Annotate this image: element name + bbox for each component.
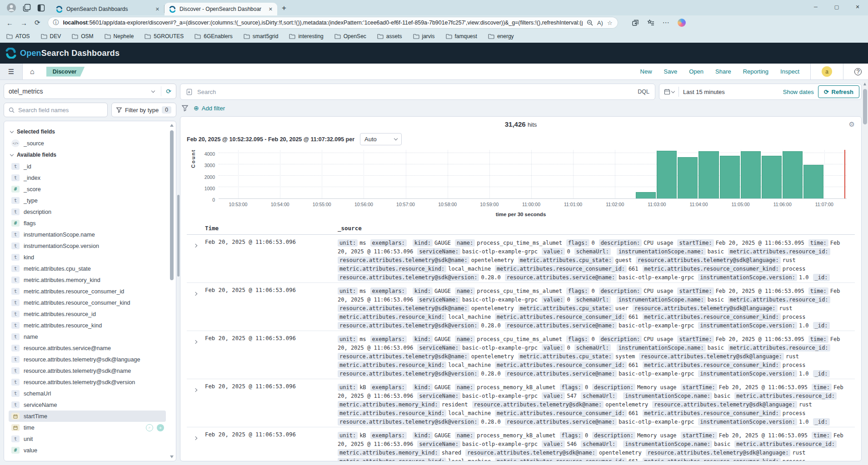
field-item-metric.attributes.resource_consumer_kind[interactable]: tmetric.attributes.resource_consumer_kin…: [9, 297, 166, 308]
refresh-index-icon[interactable]: ⟳: [166, 88, 171, 95]
column-header-time[interactable]: Time: [205, 225, 338, 232]
nav-link-open[interactable]: Open: [689, 68, 703, 75]
add-field-icon[interactable]: +: [157, 424, 164, 431]
home-icon[interactable]: ⌂: [30, 68, 35, 76]
field-item-unit[interactable]: tunit: [9, 433, 166, 445]
histogram-plot-area[interactable]: [219, 150, 847, 199]
query-input[interactable]: Search DQL: [180, 84, 655, 100]
sidebar-scrollbar-thumb[interactable]: [177, 195, 180, 277]
bookmark-item-dev[interactable]: DEV: [41, 33, 61, 40]
bookmark-item-jarvis[interactable]: jarvis: [413, 33, 435, 40]
field-item-resource.attributes.service@name[interactable]: tresource.attributes.service@name: [9, 342, 166, 354]
histogram-bar[interactable]: [698, 151, 718, 198]
add-filter-button[interactable]: ⊕ Add filter: [194, 104, 225, 112]
histogram-bar[interactable]: [720, 156, 740, 198]
scroll-up-icon[interactable]: [863, 83, 866, 85]
field-details-icon[interactable]: ⌕: [146, 424, 153, 431]
field-item-startTime[interactable]: startTime: [9, 411, 166, 422]
filter-by-type-button[interactable]: Filter by type 0: [111, 103, 176, 117]
field-item-resource.attributes.telemetry@sdk@language[interactable]: tresource.attributes.telemetry@sdk@langu…: [9, 354, 166, 365]
nav-link-new[interactable]: New: [640, 68, 652, 75]
help-icon[interactable]: ?: [854, 68, 862, 75]
browser-tab-discover[interactable]: Discover - OpenSearch Dashboar ✕: [165, 3, 277, 15]
bookmark-item-smart5grid[interactable]: smart5grid: [244, 33, 279, 40]
field-item-_id[interactable]: t_id: [9, 161, 166, 172]
bookmark-item-energy[interactable]: energy: [488, 33, 514, 40]
collections-icon[interactable]: [632, 19, 639, 26]
gear-icon[interactable]: ⚙: [849, 120, 855, 129]
avatar[interactable]: a: [822, 66, 832, 77]
histogram-bar[interactable]: [636, 192, 656, 198]
show-dates-link[interactable]: Show dates: [783, 89, 814, 95]
copilot-icon[interactable]: [678, 19, 686, 27]
histogram-bar[interactable]: [762, 156, 782, 198]
expand-row-button[interactable]: [187, 239, 205, 282]
scrollbar-thumb[interactable]: [170, 130, 174, 280]
field-item-_score[interactable]: #_score: [9, 183, 166, 195]
field-item-_type[interactable]: t_type: [9, 195, 166, 206]
available-fields-heading[interactable]: Available fields: [9, 149, 166, 161]
new-tab-button[interactable]: +: [277, 4, 292, 15]
calendar-icon[interactable]: [664, 89, 674, 95]
back-button[interactable]: ←: [6, 19, 13, 27]
scroll-down-icon[interactable]: [170, 455, 174, 458]
window-minimize-button[interactable]: ─: [805, 0, 826, 14]
read-aloud-icon[interactable]: A): [597, 20, 603, 26]
histogram-bar[interactable]: [678, 157, 698, 198]
bookmark-item-opensec[interactable]: OpenSec: [334, 33, 366, 40]
nav-link-reporting[interactable]: Reporting: [743, 68, 768, 75]
forward-button[interactable]: →: [20, 19, 27, 27]
breadcrumb[interactable]: Discover: [46, 67, 85, 77]
field-item-resource.attributes.telemetry@sdk@version[interactable]: tresource.attributes.telemetry@sdk@versi…: [9, 376, 166, 388]
site-info-icon[interactable]: ⓘ: [53, 19, 59, 27]
field-item-instrumentationScope.name[interactable]: tinstrumentationScope.name: [9, 229, 166, 240]
expand-row-button[interactable]: [187, 287, 205, 331]
scrollbar-thumb[interactable]: [863, 89, 867, 124]
field-item-metric.attributes.resource_kind[interactable]: tmetric.attributes.resource_kind: [9, 320, 166, 331]
index-pattern-select[interactable]: otel_metrics ⟳: [4, 84, 176, 99]
bookmark-item-nephele[interactable]: Nephele: [105, 33, 134, 40]
field-item-time[interactable]: time⌕+: [9, 422, 166, 433]
browser-tab-opensearch[interactable]: OpenSearch Dashboards ✕: [51, 3, 164, 15]
histogram-bar[interactable]: [803, 165, 823, 198]
field-item-instrumentationScope.version[interactable]: tinstrumentationScope.version: [9, 240, 166, 252]
field-item-_source[interactable]: </>_source: [9, 138, 166, 149]
profile-icon[interactable]: [6, 3, 16, 13]
zoom-icon[interactable]: [587, 20, 593, 26]
field-item-description[interactable]: tdescription: [9, 206, 166, 218]
query-language-button[interactable]: DQL: [638, 89, 649, 95]
menu-hamburger-button[interactable]: ☰: [0, 64, 23, 79]
bookmark-item-5groutes[interactable]: 5GROUTES: [145, 33, 184, 40]
nav-link-save[interactable]: Save: [664, 68, 678, 75]
expand-row-button[interactable]: [187, 383, 205, 427]
time-range-value[interactable]: Last 15 minutes: [683, 89, 779, 95]
expand-row-button[interactable]: [187, 431, 205, 461]
window-scrollbar[interactable]: [862, 81, 868, 465]
nav-link-share[interactable]: Share: [715, 68, 731, 75]
bookmark-item-6genablers[interactable]: 6GEnablers: [195, 33, 232, 40]
field-item-kind[interactable]: tkind: [9, 252, 166, 263]
field-item-schemaUrl[interactable]: tschemaUrl: [9, 388, 166, 399]
field-item-resource.attributes.telemetry@sdk@name[interactable]: tresource.attributes.telemetry@sdk@name: [9, 365, 166, 376]
field-item-metric.attributes.resource_id[interactable]: tmetric.attributes.resource_id: [9, 308, 166, 320]
window-maximize-button[interactable]: ▢: [826, 0, 847, 14]
bookmark-item-famquest[interactable]: famquest: [446, 33, 477, 40]
window-close-button[interactable]: ✕: [847, 0, 868, 14]
histogram-bar[interactable]: [783, 151, 803, 198]
tab-close-icon[interactable]: ✕: [155, 6, 160, 12]
field-item-metric.attributes.resource_consumer_id[interactable]: tmetric.attributes.resource_consumer_id: [9, 286, 166, 297]
field-item-metric.attributes.cpu_state[interactable]: tmetric.attributes.cpu_state: [9, 263, 166, 274]
field-item-metric.attributes.memory_kind[interactable]: tmetric.attributes.memory_kind: [9, 274, 166, 286]
filter-funnel-icon[interactable]: [182, 105, 188, 111]
scroll-up-icon[interactable]: [170, 124, 174, 127]
nav-link-inspect[interactable]: Inspect: [780, 68, 799, 75]
histogram-bar[interactable]: [741, 151, 761, 198]
interval-select[interactable]: Auto: [360, 133, 402, 145]
expand-row-button[interactable]: [187, 335, 205, 379]
refresh-button[interactable]: ⟳ Refresh: [818, 85, 859, 98]
histogram-bar[interactable]: [657, 151, 677, 198]
favorites-bar-icon[interactable]: [647, 19, 654, 26]
bookmark-item-assets[interactable]: assets: [377, 33, 402, 40]
url-field[interactable]: ⓘ localhost:5601/app/data-explorer/disco…: [48, 17, 618, 29]
selected-fields-heading[interactable]: Selected fields: [9, 126, 166, 138]
